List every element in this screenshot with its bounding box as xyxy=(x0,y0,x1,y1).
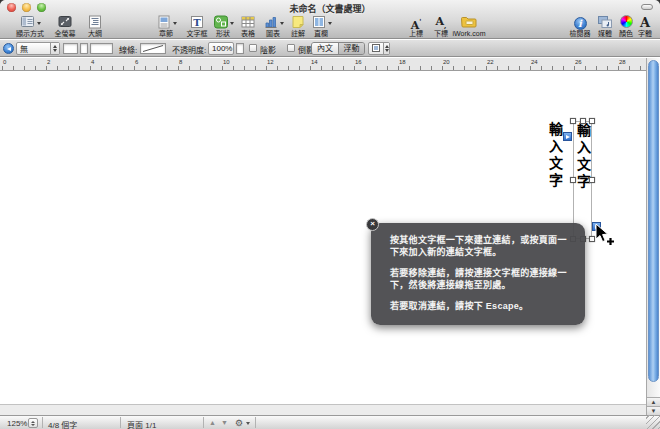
ruler-number: 12 xyxy=(267,59,274,65)
text-box-placeholder-text: 輸入文字 xyxy=(575,123,591,199)
toolbar-item-fonts[interactable]: A 字體 xyxy=(634,14,656,38)
placement-segmented-control: 內文 浮動 xyxy=(311,42,365,55)
document-page[interactable]: 輸入文字 輸入文字 × 按其他文字框一下來建立連結，或按頁面一下來加入新的連結文… xyxy=(0,72,646,404)
wrap-icon xyxy=(369,44,383,54)
reflection-checkbox[interactable] xyxy=(287,44,295,52)
media-icon xyxy=(594,14,616,30)
line-style-select[interactable] xyxy=(140,43,166,54)
dropdown-arrow-icon xyxy=(37,22,41,25)
toolbar-item-fullscreen[interactable]: 全螢幕 xyxy=(50,14,80,38)
wrap-select[interactable] xyxy=(368,42,390,55)
toolbar-item-superscript[interactable]: A' 上標 xyxy=(402,14,430,38)
fill-style-value: 無 xyxy=(17,43,50,54)
tooltip-paragraph: 若要移除連結，請按連接文字框的連接線一下，然後將連接線拖至別處。 xyxy=(390,268,573,291)
shadow-checkbox[interactable] xyxy=(249,44,257,52)
toolbar-item-label: 全螢幕 xyxy=(50,30,80,38)
tooltip-paragraph: 按其他文字框一下來建立連結，或按頁面一下來加入新的連結文字框。 xyxy=(390,235,573,258)
pages-window: 未命名（文書處理） 顯示方式 全螢幕 大綱 章節 T 文字框 形狀 xyxy=(0,0,660,429)
format-bar-toggle-icon[interactable] xyxy=(3,43,14,54)
ruler-number: 26 xyxy=(575,59,582,65)
ruler-number: 0 xyxy=(3,59,6,65)
tooltip-close-icon[interactable]: × xyxy=(366,218,379,231)
svg-text:T: T xyxy=(193,17,201,28)
selection-handle[interactable] xyxy=(580,118,586,124)
opacity-select[interactable]: 100% xyxy=(208,42,234,55)
toolbar-item-label: 直欄 xyxy=(306,30,336,38)
gear-menu-icon[interactable]: ⚙ xyxy=(235,418,243,428)
horizontal-ruler[interactable]: 0 2 4 6 8 10 12 14 16 18 20 22 24 26 28 xyxy=(0,58,646,71)
text-color-well[interactable] xyxy=(90,43,113,54)
toolbar-item-inspector[interactable]: i 檢閱器 xyxy=(566,14,594,38)
selection-handle[interactable] xyxy=(570,177,576,183)
page-indicator: 頁面 1/1 xyxy=(127,419,156,429)
zoom-level-value[interactable]: 125% xyxy=(7,419,27,428)
page-margin-area xyxy=(0,404,646,415)
gear-dropdown-arrow-icon[interactable] xyxy=(246,422,250,425)
placement-floating-segment[interactable]: 浮動 xyxy=(338,43,364,54)
toolbar-item-label: 檢閱器 xyxy=(566,30,594,38)
tooltip-paragraph: 若要取消連結，請按下 Escape。 xyxy=(390,301,573,313)
toolbar-toggle-button[interactable] xyxy=(641,4,653,10)
ruler-number: 14 xyxy=(311,59,318,65)
toolbar-item-iwork[interactable]: iWork.com xyxy=(450,14,488,38)
fullscreen-icon xyxy=(50,14,80,30)
toolbar: 未命名（文書處理） 顯示方式 全螢幕 大綱 章節 T 文字框 形狀 xyxy=(0,0,660,39)
scroll-down-button[interactable]: ▼ xyxy=(647,406,660,415)
outline-icon xyxy=(80,14,110,30)
text-box-selected[interactable]: 輸入文字 xyxy=(573,121,592,239)
fill-color-well-arrow[interactable] xyxy=(80,43,88,54)
stepper-icon xyxy=(50,43,59,54)
toolbar-item-media[interactable]: 媒體 xyxy=(594,14,616,38)
title-bar[interactable]: 未命名（文書處理） xyxy=(0,0,660,14)
ruler-number: 8 xyxy=(179,59,182,65)
columns-icon xyxy=(306,14,336,30)
dropdown-arrow-icon xyxy=(230,22,234,25)
vertical-scrollbar[interactable]: ▲ ▼ xyxy=(646,58,660,415)
toolbar-item-label: iWork.com xyxy=(450,30,488,38)
text-box-first[interactable]: 輸入文字 xyxy=(547,122,563,200)
status-bar: 125% 4/8 個字 頁面 1/1 ▲ ▼ ⚙ xyxy=(0,415,660,429)
window-resize-grip[interactable] xyxy=(646,415,660,429)
ruler-number: 16 xyxy=(355,59,362,65)
ruler-number: 28 xyxy=(619,59,626,65)
toolbar-item-sections[interactable]: 章節 xyxy=(150,14,182,38)
ruler-number: 22 xyxy=(487,59,494,65)
text-flow-in-badge-icon[interactable] xyxy=(563,132,572,141)
toolbar-item-columns[interactable]: 直欄 xyxy=(306,14,336,38)
opacity-value: 100% xyxy=(209,44,235,53)
stepper-icon xyxy=(383,43,389,54)
toolbar-item-label: 媒體 xyxy=(594,30,616,38)
toolbar-item-label: 章節 xyxy=(150,30,182,38)
toolbar-item-label: 大綱 xyxy=(80,30,110,38)
divider xyxy=(255,417,256,428)
next-page-button[interactable]: ▼ xyxy=(221,419,228,426)
opacity-label: 不透明度: xyxy=(172,44,206,55)
fill-style-select[interactable]: 無 xyxy=(16,42,60,55)
ruler-number: 24 xyxy=(531,59,538,65)
selection-handle[interactable] xyxy=(589,177,595,183)
previous-page-button[interactable]: ▲ xyxy=(209,419,216,426)
ruler-number: 6 xyxy=(135,59,138,65)
toolbar-item-view-mode[interactable]: 顯示方式 xyxy=(10,14,50,38)
divider xyxy=(120,417,121,428)
view-mode-icon xyxy=(10,14,50,30)
fill-color-well[interactable] xyxy=(63,43,78,54)
sections-icon xyxy=(150,14,182,30)
link-help-tooltip: × 按其他文字框一下來建立連結，或按頁面一下來加入新的連結文字框。 若要移除連結… xyxy=(371,223,585,325)
inspector-icon: i xyxy=(566,14,594,30)
fonts-icon: A xyxy=(634,14,656,30)
zoom-stepper[interactable] xyxy=(28,418,38,428)
selection-handle[interactable] xyxy=(589,118,595,124)
scroll-up-button[interactable]: ▲ xyxy=(647,397,660,406)
divider xyxy=(203,417,204,428)
divider xyxy=(42,417,43,428)
superscript-icon: A' xyxy=(402,14,430,30)
toolbar-item-outline[interactable]: 大綱 xyxy=(80,14,110,38)
placement-inline-segment[interactable]: 內文 xyxy=(312,43,338,54)
selection-handle[interactable] xyxy=(570,118,576,124)
line-label: 線條: xyxy=(119,44,137,55)
ruler-number: 18 xyxy=(399,59,406,65)
opacity-dropdown-arrow[interactable] xyxy=(236,43,244,54)
ruler-number: 10 xyxy=(223,59,230,65)
scrollbar-thumb[interactable] xyxy=(648,60,659,382)
